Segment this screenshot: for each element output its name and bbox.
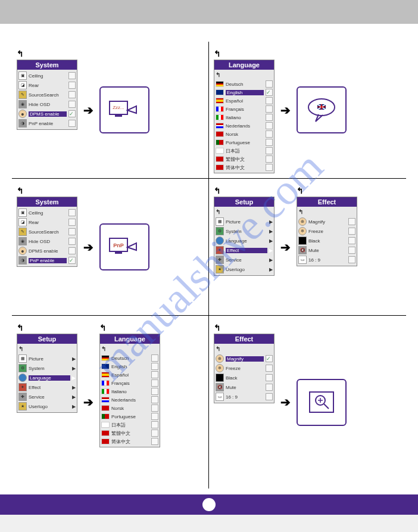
checkbox[interactable] xyxy=(68,209,76,216)
menu-row[interactable]: Deutsch xyxy=(214,80,274,88)
checkbox[interactable] xyxy=(68,82,76,89)
checkbox[interactable] xyxy=(348,218,355,225)
checkbox[interactable] xyxy=(266,122,273,129)
menu-row[interactable]: Español xyxy=(214,97,274,105)
checkbox[interactable] xyxy=(151,354,158,362)
menu-row[interactable]: ◉Hide OSD xyxy=(17,99,77,109)
checkbox[interactable] xyxy=(266,393,273,400)
checkbox-checked[interactable] xyxy=(68,257,76,264)
menu-row[interactable]: 繁體中文 xyxy=(214,155,274,163)
menu-row[interactable]: ⊕Magnify xyxy=(297,217,357,226)
checkbox[interactable] xyxy=(68,228,76,235)
checkbox[interactable] xyxy=(68,91,76,98)
menu-row[interactable]: ◉Hide OSD xyxy=(17,237,77,246)
menu-row[interactable]: Español xyxy=(100,371,160,379)
checkbox[interactable] xyxy=(151,438,158,445)
checkbox[interactable] xyxy=(151,430,158,437)
menu-row[interactable]: 简体中文 xyxy=(214,163,274,172)
checkbox[interactable] xyxy=(266,130,273,138)
menu-row[interactable]: Italiano xyxy=(214,113,274,122)
menu-row[interactable]: ◪Rear xyxy=(17,80,77,90)
menu-row[interactable]: Portuguese xyxy=(100,412,160,421)
back-icon[interactable]: ↰ xyxy=(216,209,220,215)
menu-row[interactable]: ▦Picture▶ xyxy=(214,217,274,226)
menu-row[interactable]: Français xyxy=(100,379,160,387)
checkbox[interactable] xyxy=(151,396,158,403)
menu-row[interactable]: ▭16 : 9 xyxy=(297,255,357,265)
menu-row-selected[interactable]: ☻DPMS enable xyxy=(17,109,77,119)
menu-row[interactable]: 繁體中文 xyxy=(100,429,160,437)
menu-row[interactable]: 日本語 xyxy=(100,421,160,429)
menu-row[interactable]: ✎SourceSearch xyxy=(17,90,77,99)
menu-row-selected[interactable]: ⊕Magnify xyxy=(214,354,274,363)
back-icon[interactable]: ↰ xyxy=(216,346,220,352)
checkbox[interactable] xyxy=(151,371,158,378)
checkbox[interactable] xyxy=(151,421,158,428)
menu-row[interactable]: Nederlands xyxy=(214,122,274,130)
checkbox[interactable] xyxy=(348,247,355,254)
checkbox[interactable] xyxy=(151,388,158,395)
menu-row[interactable]: Français xyxy=(214,105,274,113)
menu-row[interactable]: Black xyxy=(297,236,357,245)
checkbox[interactable] xyxy=(68,101,76,108)
menu-row[interactable]: ☻DPMS enable xyxy=(17,246,77,256)
back-icon[interactable]: ↰ xyxy=(101,346,106,352)
checkbox[interactable] xyxy=(266,139,273,146)
back-icon[interactable]: ↰ xyxy=(298,209,303,215)
checkbox[interactable] xyxy=(266,114,273,121)
back-icon[interactable]: ↰ xyxy=(216,71,220,78)
checkbox-checked[interactable] xyxy=(68,110,76,117)
menu-row[interactable]: Language▶ xyxy=(214,236,274,245)
checkbox[interactable] xyxy=(266,384,273,391)
menu-row[interactable]: 🔇Mute xyxy=(214,382,274,392)
menu-row[interactable]: ▣Ceiling xyxy=(17,71,77,80)
menu-row[interactable]: ▭16 : 9 xyxy=(214,392,274,402)
menu-row[interactable]: ◑PnP enable xyxy=(17,119,77,128)
back-icon[interactable]: ↰ xyxy=(18,346,23,352)
menu-row-selected[interactable]: ◑PnP enable xyxy=(17,256,77,265)
menu-row[interactable]: Deutsch xyxy=(100,354,160,362)
checkbox[interactable] xyxy=(348,256,355,263)
menu-row[interactable]: Norsk xyxy=(214,130,274,138)
checkbox[interactable] xyxy=(68,219,76,226)
checkbox[interactable] xyxy=(348,237,355,244)
menu-row[interactable]: ❄Freeze xyxy=(297,226,357,236)
checkbox[interactable] xyxy=(151,413,158,420)
menu-row[interactable]: Norsk xyxy=(100,404,160,412)
menu-row[interactable]: Italiano xyxy=(100,387,160,396)
menu-row[interactable]: ⚙System▶ xyxy=(17,363,77,373)
menu-row[interactable]: ▦Picture▶ xyxy=(17,354,77,363)
checkbox[interactable] xyxy=(266,164,273,171)
menu-row[interactable]: 🔇Mute xyxy=(297,245,357,255)
checkbox[interactable] xyxy=(266,155,273,163)
menu-row[interactable]: 日本語 xyxy=(214,147,274,155)
checkbox[interactable] xyxy=(68,120,76,127)
checkbox[interactable] xyxy=(266,374,273,381)
menu-row[interactable]: ✚Service▶ xyxy=(214,255,274,265)
menu-row[interactable]: Nederlands xyxy=(100,396,160,404)
menu-row[interactable]: Portuguese xyxy=(214,138,274,147)
menu-row[interactable]: ✚Service▶ xyxy=(17,392,77,402)
menu-row[interactable]: ★Userlogo▶ xyxy=(17,402,77,411)
checkbox[interactable] xyxy=(348,228,355,235)
checkbox[interactable] xyxy=(151,363,158,370)
menu-row[interactable]: ▣Ceiling xyxy=(17,208,77,217)
checkbox[interactable] xyxy=(266,97,273,104)
menu-row-selected[interactable]: English xyxy=(214,88,274,97)
checkbox[interactable] xyxy=(68,247,76,254)
menu-row[interactable]: ⚙System▶ xyxy=(214,226,274,236)
checkbox[interactable] xyxy=(266,147,273,154)
menu-row[interactable]: ✎SourceSearch xyxy=(17,227,77,237)
menu-row[interactable]: Black xyxy=(214,373,274,382)
checkbox[interactable] xyxy=(266,365,273,372)
checkbox[interactable] xyxy=(151,379,158,387)
checkbox[interactable] xyxy=(68,72,76,79)
menu-row[interactable]: ★Userlogo▶ xyxy=(214,265,274,274)
menu-row[interactable]: ◪Rear xyxy=(17,217,77,227)
checkbox[interactable] xyxy=(68,238,76,245)
checkbox[interactable] xyxy=(151,405,158,412)
menu-row-selected[interactable]: ✦Effect▶ xyxy=(214,245,274,255)
menu-row[interactable]: ✦Effect▶ xyxy=(17,382,77,392)
checkbox[interactable] xyxy=(266,80,273,88)
menu-row[interactable]: ❄Freeze xyxy=(214,363,274,373)
